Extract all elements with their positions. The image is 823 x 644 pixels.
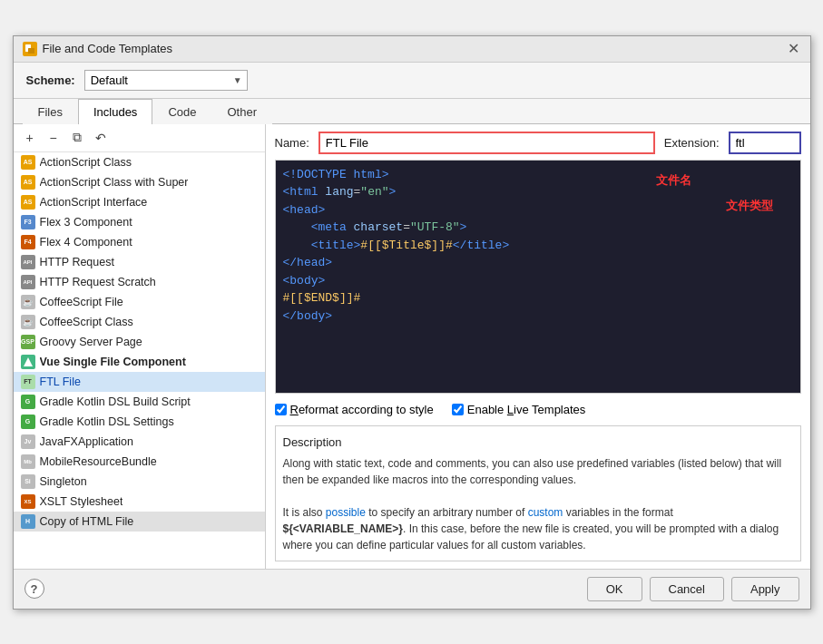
list-item[interactable]: Si Singleton bbox=[14, 472, 265, 492]
reformat-checkbox-label[interactable]: Reformat according to style bbox=[275, 403, 434, 416]
item-icon: Jv bbox=[21, 434, 35, 449]
ok-button[interactable]: OK bbox=[587, 577, 642, 601]
extension-field-label: Extension: bbox=[664, 136, 720, 150]
dialog-window: File and Code Templates ✕ Scheme: Defaul… bbox=[13, 35, 811, 610]
description-title: Description bbox=[283, 434, 793, 452]
reformat-checkbox[interactable] bbox=[275, 404, 287, 415]
code-line: <body> bbox=[283, 272, 793, 290]
title-bar-left: File and Code Templates bbox=[23, 42, 173, 56]
code-line: <html lang="en"> bbox=[283, 183, 793, 201]
item-icon: XS bbox=[21, 494, 35, 509]
item-label: Gradle Kotlin DSL Build Script bbox=[40, 395, 191, 408]
template-list: AS ActionScript Class AS ActionScript Cl… bbox=[14, 152, 265, 569]
item-icon: ☕ bbox=[21, 315, 35, 329]
reformat-label: Reformat according to style bbox=[290, 403, 434, 416]
item-label: Gradle Kotlin DSL Settings bbox=[40, 415, 174, 428]
item-label: Singleton bbox=[40, 475, 87, 488]
list-item[interactable]: API HTTP Request Scratch bbox=[14, 272, 265, 292]
item-icon: Mb bbox=[21, 454, 35, 469]
list-item[interactable]: H Copy of HTML File bbox=[14, 512, 265, 532]
item-label: CoffeeScript Class bbox=[40, 316, 133, 328]
enable-live-checkbox[interactable] bbox=[452, 404, 464, 415]
tab-code[interactable]: Code bbox=[152, 99, 211, 124]
list-item[interactable]: API HTTP Request bbox=[14, 252, 265, 272]
dialog-title: File and Code Templates bbox=[43, 42, 173, 55]
item-icon: G bbox=[21, 415, 35, 429]
list-item[interactable]: XS XSLT Stylesheet bbox=[14, 492, 265, 512]
list-item[interactable]: Vue Single File Component bbox=[14, 352, 265, 372]
item-label: Copy of HTML File bbox=[40, 515, 134, 528]
name-input[interactable] bbox=[318, 132, 655, 154]
code-line: </head> bbox=[283, 254, 793, 272]
item-label: XSLT Stylesheet bbox=[40, 495, 123, 508]
tab-includes[interactable]: Includes bbox=[78, 99, 152, 124]
item-icon: AS bbox=[21, 175, 35, 190]
remove-template-button[interactable]: − bbox=[43, 128, 64, 148]
enable-live-checkbox-label[interactable]: Enable Live Templates bbox=[452, 403, 586, 416]
scheme-select-wrapper: Default Project ▼ bbox=[84, 70, 248, 91]
description-section: Description Along with static text, code… bbox=[275, 425, 801, 561]
list-item[interactable]: Mb MobileResourceBundle bbox=[14, 452, 265, 472]
item-icon: ☕ bbox=[21, 295, 35, 309]
item-label: ActionScript Class with Super bbox=[40, 176, 189, 189]
list-item[interactable]: Jv JavaFXApplication bbox=[14, 432, 265, 452]
item-label: HTTP Request bbox=[40, 256, 114, 268]
list-item[interactable]: F3 Flex 3 Component bbox=[14, 212, 265, 232]
list-item[interactable]: G Gradle Kotlin DSL Build Script bbox=[14, 392, 265, 412]
list-item[interactable]: ☕ CoffeeScript File bbox=[14, 292, 265, 312]
code-line: <title>#[[$Title$]]#</title> bbox=[283, 237, 793, 255]
scheme-label: Scheme: bbox=[26, 73, 75, 87]
tabs-row: Files Includes Code Other bbox=[14, 99, 810, 124]
reset-template-button[interactable]: ↶ bbox=[90, 128, 112, 148]
list-item[interactable]: FT FTL File bbox=[14, 372, 265, 392]
code-line: #[[$END$]]# bbox=[283, 289, 793, 307]
title-bar: File and Code Templates ✕ bbox=[14, 36, 810, 63]
svg-marker-3 bbox=[24, 357, 33, 366]
cancel-button[interactable]: Cancel bbox=[650, 577, 724, 601]
scheme-row: Scheme: Default Project ▼ bbox=[14, 63, 810, 99]
file-list-toolbar: + − ⧉ ↶ bbox=[14, 124, 265, 152]
tab-files[interactable]: Files bbox=[23, 99, 78, 124]
list-item[interactable]: F4 Flex 4 Component bbox=[14, 232, 265, 252]
extension-input[interactable] bbox=[729, 132, 801, 154]
dialog-icon bbox=[23, 42, 37, 56]
code-line: </body> bbox=[283, 307, 793, 326]
item-icon: API bbox=[21, 255, 35, 269]
annotation-filename: 文件名 bbox=[656, 171, 691, 190]
item-label: JavaFXApplication bbox=[40, 435, 134, 448]
apply-button[interactable]: Apply bbox=[731, 577, 799, 601]
item-label: Vue Single File Component bbox=[40, 356, 186, 368]
item-icon: AS bbox=[21, 195, 35, 210]
add-template-button[interactable]: + bbox=[19, 128, 41, 148]
code-line: <head> bbox=[283, 201, 793, 220]
tab-other[interactable]: Other bbox=[211, 99, 272, 124]
item-label: Flex 4 Component bbox=[40, 236, 132, 249]
list-item[interactable]: GSP Groovy Server Page bbox=[14, 332, 265, 352]
list-item[interactable]: AS ActionScript Interface bbox=[14, 192, 265, 212]
item-label: FTL File bbox=[40, 376, 81, 388]
list-item[interactable]: AS ActionScript Class bbox=[14, 152, 265, 172]
list-item[interactable]: AS ActionScript Class with Super bbox=[14, 172, 265, 192]
item-label: ActionScript Class bbox=[40, 156, 132, 169]
checkboxes-row: Reformat according to style Enable Live … bbox=[275, 399, 801, 420]
scheme-select[interactable]: Default Project bbox=[84, 70, 248, 91]
help-button[interactable]: ? bbox=[24, 579, 44, 599]
left-panel: + − ⧉ ↶ AS ActionScript Class AS ActionS… bbox=[14, 124, 266, 569]
code-editor[interactable]: <!DOCTYPE html> <html lang="en"> <head> … bbox=[275, 160, 801, 395]
content-area: + − ⧉ ↶ AS ActionScript Class AS ActionS… bbox=[14, 124, 810, 569]
item-icon: Si bbox=[21, 474, 35, 489]
bottom-bar: ? OK Cancel Apply bbox=[14, 569, 810, 609]
copy-template-button[interactable]: ⧉ bbox=[66, 128, 88, 148]
close-button[interactable]: ✕ bbox=[786, 42, 801, 56]
item-icon: F4 bbox=[21, 235, 35, 249]
item-icon: GSP bbox=[21, 335, 35, 349]
item-icon: G bbox=[21, 395, 35, 409]
list-item[interactable]: G Gradle Kotlin DSL Settings bbox=[14, 412, 265, 432]
item-label: Groovy Server Page bbox=[40, 336, 142, 348]
item-icon: API bbox=[21, 275, 35, 289]
item-icon: FT bbox=[21, 375, 35, 389]
enable-live-label: Enable Live Templates bbox=[467, 403, 586, 416]
name-ext-row: Name: Extension: bbox=[275, 132, 801, 154]
list-item[interactable]: ☕ CoffeeScript Class bbox=[14, 312, 265, 332]
right-panel: Name: Extension: <!DOCTYPE html> <html l… bbox=[266, 124, 810, 569]
